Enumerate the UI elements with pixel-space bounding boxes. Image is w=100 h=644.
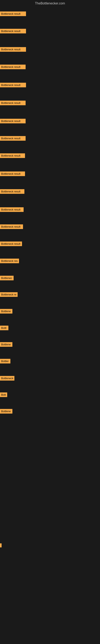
bottleneck-result-item: Bottleneck result (0, 136, 26, 141)
bottleneck-result-item: Bottleneck result (0, 207, 24, 212)
bottleneck-result-item: Bottleneck result (0, 153, 25, 158)
bottleneck-result-item: Bottleneck result (0, 172, 25, 176)
bottleneck-result-item: Bottleneck result (0, 47, 26, 52)
bottleneck-result-item: Bottleneck re (0, 292, 18, 297)
bottleneck-result-item: Bottleneck result (0, 83, 26, 87)
bottleneck-result-item: Bottlenec (0, 276, 14, 280)
bottleneck-result-item: Bottlene (0, 342, 12, 347)
bottleneck-result-item: Bottleneck result (0, 224, 23, 229)
bottleneck-result-item: Bottler (0, 359, 10, 364)
small-bottleneck-indicator (0, 544, 1, 548)
bottleneck-result-item: Bottleneck result (0, 119, 26, 123)
bottleneck-result-item: Bottleneck result (0, 12, 26, 16)
bottleneck-result-item: Bottleneck (0, 376, 14, 380)
bottleneck-result-item: Bott (0, 392, 7, 397)
bottleneck-result-item: Bottleneck result (0, 100, 26, 105)
bottleneck-result-item: Bottleneck res (0, 258, 19, 263)
bottleneck-result-item: Bottleneck result (0, 64, 26, 69)
bottleneck-result-item: Bottl (0, 326, 8, 330)
bottleneck-result-item: Bottleneck result (0, 29, 26, 34)
site-title: TheBottlenecker.com (0, 0, 100, 7)
bottleneck-result-item: Bottlene (0, 409, 12, 414)
bottleneck-result-item: Bottleneck result (0, 242, 22, 246)
bottleneck-result-item: Bottleneck result (0, 189, 24, 194)
bottleneck-result-item: Bottlene (0, 309, 12, 314)
